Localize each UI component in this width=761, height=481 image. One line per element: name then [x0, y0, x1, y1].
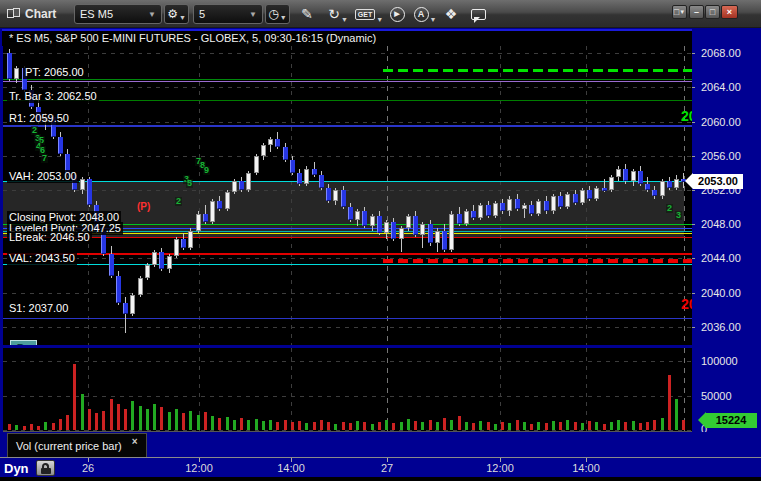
- volume-bar: [537, 422, 540, 430]
- restore-button[interactable]: □▼: [672, 5, 687, 19]
- price-axis-label: 2040.00: [701, 287, 741, 299]
- price-axis[interactable]: 2068.002064.002060.002056.002052.002048.…: [692, 28, 761, 477]
- ps-badge[interactable]: Ps: [10, 340, 37, 345]
- gear-icon: ⚙: [167, 7, 178, 21]
- candle: [580, 190, 585, 203]
- minimize-button[interactable]: –: [689, 5, 704, 19]
- candle: [384, 222, 389, 233]
- tab-volume-study[interactable]: Vol (current price bar) ×: [7, 433, 147, 457]
- volume-bar: [487, 422, 490, 430]
- candle: [145, 265, 150, 278]
- candle: [558, 196, 563, 207]
- candle: [304, 169, 309, 184]
- volume-axis-label: 100000: [701, 355, 738, 367]
- price-axis-tick: [692, 258, 697, 259]
- symbol-settings-button[interactable]: ⚙ ▼: [164, 4, 189, 24]
- candle: [565, 194, 570, 207]
- volume-bar: [400, 422, 403, 430]
- volume-bar: [88, 409, 91, 430]
- candle: [486, 205, 491, 216]
- candle: [116, 276, 121, 304]
- time-gridline: [387, 46, 388, 345]
- volume-bar: [52, 423, 55, 430]
- volume-bar: [421, 422, 424, 430]
- candle: [435, 231, 440, 244]
- maximize-icon: □: [710, 8, 715, 17]
- candle: [239, 181, 244, 190]
- volume-bar: [73, 364, 76, 430]
- volume-bar: [603, 424, 606, 430]
- time-axis-label: 26: [82, 462, 94, 474]
- candle: [471, 211, 476, 217]
- volume-bar: [37, 426, 40, 430]
- volume-bar: [327, 422, 330, 430]
- signal-count-marker: 9: [203, 166, 210, 175]
- volume-bar: [610, 422, 613, 430]
- candle: [544, 201, 549, 212]
- volume-bar: [349, 423, 352, 430]
- close-button[interactable]: ×: [721, 5, 738, 19]
- price-axis-label: 2064.00: [701, 81, 741, 93]
- lock-icon[interactable]: [36, 460, 55, 476]
- level-line: [383, 69, 692, 72]
- candle: [609, 177, 614, 190]
- volume-bar: [117, 404, 120, 430]
- volume-bar: [15, 425, 18, 430]
- price-pane[interactable]: 2020 23546723578923 PT: 2065.00Tr. Bar 3…: [3, 46, 692, 345]
- volume-bar: [429, 420, 432, 430]
- level-label: VAH: 2053.00: [7, 170, 79, 183]
- candle: [210, 201, 215, 222]
- current-volume-tag: 15224: [705, 413, 757, 428]
- volume-bar: [146, 409, 149, 430]
- volume-bar: [313, 422, 316, 430]
- symbol-dropdown[interactable]: ES M5 ▼: [74, 4, 162, 24]
- chevron-down-icon: ▼: [341, 16, 348, 23]
- level-line: [3, 79, 692, 80]
- close-tab-icon[interactable]: ×: [132, 436, 138, 447]
- volume-bar: [465, 422, 468, 430]
- volume-bar: [523, 422, 526, 430]
- auto-a-icon: A: [414, 7, 429, 22]
- comment-button[interactable]: [467, 3, 489, 25]
- volume-bar: [385, 420, 388, 430]
- candle: [138, 278, 143, 295]
- maximize-button[interactable]: □: [705, 5, 720, 19]
- eraser-button[interactable]: ❖: [441, 3, 461, 25]
- candle: [123, 303, 128, 314]
- dynamic-mode-label[interactable]: Dyn: [4, 461, 29, 476]
- price-axis-label: 2048.00: [701, 218, 741, 230]
- volume-bar: [436, 422, 439, 430]
- volume-bar: [363, 422, 366, 430]
- chevron-down-icon: ▼: [249, 10, 257, 19]
- refresh-button[interactable]: ↻ ▼: [325, 3, 351, 25]
- play-button[interactable]: ▶: [387, 3, 407, 25]
- volume-axis-label: 50000: [701, 390, 732, 402]
- candle: [449, 214, 454, 250]
- price-axis-tick: [692, 190, 697, 191]
- candle: [290, 160, 295, 173]
- volume-bar: [298, 421, 301, 430]
- candle: [217, 201, 222, 210]
- time-settings-button[interactable]: ◷ ▼: [265, 4, 290, 24]
- time-axis-label: 27: [381, 462, 393, 474]
- volume-bar: [661, 418, 664, 430]
- level-label: LBreak: 2046.50: [7, 231, 92, 244]
- level-target-label: 20: [681, 109, 692, 123]
- volume-bar: [59, 419, 62, 430]
- volume-bar: [479, 421, 482, 430]
- volume-bar: [653, 420, 656, 430]
- draw-tool-button[interactable]: ✎: [297, 3, 317, 25]
- level-line: [3, 100, 692, 101]
- volume-pane[interactable]: [3, 348, 692, 432]
- get-data-button[interactable]: GET ▼: [355, 3, 383, 25]
- volume-bar: [617, 420, 620, 430]
- signal-count-marker: 5: [186, 179, 193, 188]
- price-axis-tick: [692, 122, 697, 123]
- time-axis[interactable]: Dyn 2612:0014:002712:0014:00: [0, 457, 761, 477]
- candle: [645, 184, 650, 190]
- get-icon: GET: [355, 9, 375, 20]
- pivot-p-marker: (P): [137, 201, 150, 212]
- candle: [442, 231, 447, 250]
- interval-dropdown[interactable]: 5 ▼: [193, 4, 263, 24]
- auto-trade-button[interactable]: A ▼: [412, 3, 438, 25]
